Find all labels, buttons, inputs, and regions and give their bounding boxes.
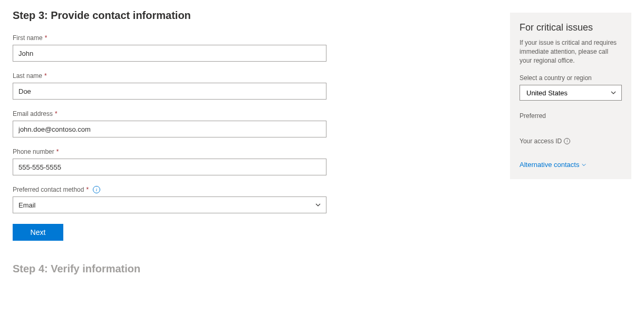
sidebar-title: For critical issues — [520, 22, 622, 33]
email-input[interactable] — [13, 121, 326, 137]
step3-title: Step 3: Provide contact information — [13, 9, 326, 22]
first-name-label-text: First name — [13, 34, 43, 42]
first-name-label: First name * — [13, 34, 326, 42]
phone-field: Phone number * — [13, 148, 326, 175]
contact-method-label-text: Preferred contact method — [13, 186, 84, 193]
last-name-input[interactable] — [13, 83, 326, 100]
sidebar-description: If your issue is critical and requires i… — [520, 38, 622, 65]
phone-label: Phone number * — [13, 148, 326, 155]
alternative-contacts-text: Alternative contacts — [520, 161, 579, 169]
email-label-text: Email address — [13, 110, 53, 117]
access-id-row: Your access ID i — [520, 137, 622, 145]
last-name-label-text: Last name — [13, 72, 42, 80]
first-name-field: First name * — [13, 34, 326, 62]
critical-issues-panel: For critical issues If your issue is cri… — [510, 13, 631, 179]
required-asterisk: * — [56, 148, 59, 155]
preferred-label: Preferred — [520, 112, 622, 120]
email-field: Email address * — [13, 110, 326, 137]
last-name-field: Last name * — [13, 72, 326, 100]
email-label: Email address * — [13, 110, 326, 117]
required-asterisk: * — [45, 34, 47, 42]
info-icon[interactable]: i — [564, 138, 570, 144]
country-label: Select a country or region — [520, 74, 622, 82]
chevron-down-icon — [581, 162, 587, 168]
required-asterisk: * — [55, 110, 57, 117]
info-icon[interactable]: i — [93, 186, 100, 193]
required-asterisk: * — [86, 186, 89, 193]
alternative-contacts-link[interactable]: Alternative contacts — [520, 161, 587, 169]
step4-title: Step 4: Verify information — [13, 263, 326, 275]
next-button[interactable]: Next — [13, 224, 63, 241]
last-name-label: Last name * — [13, 72, 326, 80]
phone-input[interactable] — [13, 159, 326, 175]
contact-method-label: Preferred contact method * i — [13, 186, 326, 193]
phone-label-text: Phone number — [13, 148, 54, 155]
contact-method-field: Preferred contact method * i Email — [13, 186, 326, 213]
required-asterisk: * — [44, 72, 47, 80]
contact-method-select[interactable]: Email — [13, 196, 326, 213]
country-select[interactable]: United States — [520, 85, 622, 101]
access-id-label: Your access ID — [520, 137, 562, 145]
first-name-input[interactable] — [13, 45, 326, 62]
